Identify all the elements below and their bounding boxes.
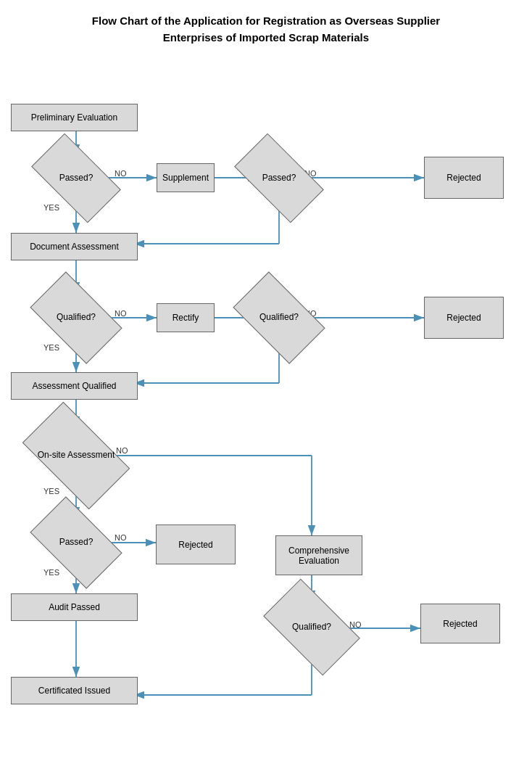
passed1-diamond: Passed? — [36, 155, 116, 202]
title-line1: Flow Chart of the Application for Regist… — [14, 13, 518, 30]
qualified2-diamond: Qualified? — [239, 292, 319, 343]
onsite-label: On-site Assessment — [38, 450, 115, 461]
assessment-qualified-label: Assessment Qualified — [32, 381, 116, 391]
rejected2-label: Rejected — [446, 313, 481, 323]
label-no-passed3: NO — [115, 533, 127, 542]
page: Flow Chart of the Application for Regist… — [0, 0, 532, 761]
rectify-box: Rectify — [157, 303, 215, 332]
onsite-diamond: On-site Assessment — [29, 427, 123, 485]
cert-issued-label: Certificated Issued — [38, 686, 110, 696]
title-area: Flow Chart of the Application for Regist… — [0, 0, 532, 53]
label-no-passed1: NO — [115, 169, 127, 178]
rejected4-label: Rejected — [443, 619, 477, 629]
assessment-qualified-box: Assessment Qualified — [11, 372, 138, 400]
flowchart: YES NO NO YES NO YES NO YES NO YES NO YE… — [0, 53, 532, 757]
doc-assessment-label: Document Assessment — [30, 242, 119, 252]
qualified1-label: Qualified? — [57, 312, 96, 324]
passed1-label: Passed? — [59, 173, 93, 184]
label-yes-qual1: YES — [43, 343, 59, 352]
qualified2-label: Qualified? — [259, 312, 299, 324]
rectify-label: Rectify — [173, 313, 199, 323]
rejected1-box: Rejected — [424, 157, 504, 199]
supplement-label: Supplement — [162, 173, 209, 183]
label-yes-passed3: YES — [43, 568, 59, 577]
passed2-diamond: Passed? — [239, 155, 319, 202]
rejected2-box: Rejected — [424, 297, 504, 339]
rejected1-label: Rejected — [446, 173, 481, 183]
prelim-eval-label: Preliminary Evaluation — [31, 112, 117, 123]
label-no-qual1: NO — [115, 309, 127, 318]
passed2-label: Passed? — [262, 173, 296, 184]
audit-passed-box: Audit Passed — [11, 593, 138, 621]
rejected3-label: Rejected — [178, 540, 212, 550]
cert-issued-box: Certificated Issued — [11, 677, 138, 704]
comp-eval-box: Comprehensive Evaluation — [275, 535, 362, 575]
label-yes-passed1: YES — [43, 203, 59, 212]
audit-passed-label: Audit Passed — [49, 602, 100, 612]
qualified3-label: Qualified? — [292, 622, 331, 633]
passed3-label: Passed? — [59, 537, 93, 548]
qualified1-diamond: Qualified? — [36, 292, 116, 343]
passed3-diamond: Passed? — [36, 517, 116, 568]
supplement-box: Supplement — [157, 163, 215, 192]
title-line2: Enterprises of Imported Scrap Materials — [14, 30, 518, 46]
label-yes-onsite: YES — [43, 487, 59, 495]
qualified3-diamond: Qualified? — [270, 601, 354, 654]
comp-eval-label: Comprehensive Evaluation — [288, 546, 349, 566]
rejected4-box: Rejected — [420, 604, 500, 643]
rejected3-box: Rejected — [156, 525, 236, 564]
prelim-eval-box: Preliminary Evaluation — [11, 104, 138, 131]
doc-assessment-box: Document Assessment — [11, 233, 138, 260]
